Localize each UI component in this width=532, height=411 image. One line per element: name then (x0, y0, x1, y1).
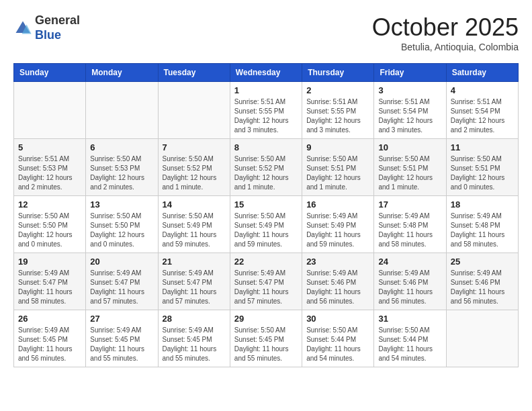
logo-blue-text: Blue (35, 28, 80, 43)
day-info: Sunrise: 5:49 AM Sunset: 5:48 PM Dayligh… (378, 212, 441, 249)
day-info: Sunrise: 5:51 AM Sunset: 5:54 PM Dayligh… (451, 97, 514, 135)
day-info: Sunrise: 5:50 AM Sunset: 5:51 PM Dayligh… (451, 154, 514, 192)
calendar-cell: 19Sunrise: 5:49 AM Sunset: 5:47 PM Dayli… (14, 253, 86, 310)
calendar-cell: 22Sunrise: 5:49 AM Sunset: 5:47 PM Dayli… (230, 253, 302, 310)
calendar-cell: 27Sunrise: 5:49 AM Sunset: 5:45 PM Dayli… (86, 310, 158, 367)
calendar-cell: 5Sunrise: 5:51 AM Sunset: 5:53 PM Daylig… (14, 139, 86, 196)
day-number: 27 (90, 314, 153, 324)
day-number: 5 (18, 142, 81, 152)
day-number: 16 (306, 199, 369, 210)
calendar-cell: 8Sunrise: 5:50 AM Sunset: 5:52 PM Daylig… (230, 139, 302, 196)
calendar-cell: 17Sunrise: 5:49 AM Sunset: 5:48 PM Dayli… (374, 196, 446, 253)
calendar-cell (14, 82, 86, 139)
day-info: Sunrise: 5:49 AM Sunset: 5:47 PM Dayligh… (163, 269, 226, 306)
day-number: 30 (306, 314, 369, 324)
calendar-cell: 24Sunrise: 5:49 AM Sunset: 5:46 PM Dayli… (374, 253, 446, 310)
weekday-header-tuesday: Tuesday (158, 64, 230, 82)
day-info: Sunrise: 5:50 AM Sunset: 5:45 PM Dayligh… (234, 326, 298, 363)
day-number: 21 (163, 257, 226, 267)
day-info: Sunrise: 5:50 AM Sunset: 5:44 PM Dayligh… (306, 326, 369, 363)
day-info: Sunrise: 5:51 AM Sunset: 5:53 PM Dayligh… (18, 154, 81, 192)
day-info: Sunrise: 5:49 AM Sunset: 5:49 PM Dayligh… (306, 212, 369, 249)
title-area: October 2025 Betulia, Antioquia, Colombi… (372, 13, 519, 52)
day-number: 3 (378, 85, 441, 95)
calendar-cell: 28Sunrise: 5:49 AM Sunset: 5:45 PM Dayli… (158, 310, 230, 367)
day-info: Sunrise: 5:49 AM Sunset: 5:47 PM Dayligh… (234, 269, 298, 306)
day-number: 9 (306, 142, 369, 152)
day-number: 17 (378, 199, 441, 210)
day-number: 8 (234, 142, 298, 152)
day-number: 26 (18, 314, 81, 324)
day-number: 25 (451, 257, 514, 267)
weekday-header-wednesday: Wednesday (230, 64, 302, 82)
calendar-week-row: 5Sunrise: 5:51 AM Sunset: 5:53 PM Daylig… (14, 139, 519, 196)
day-info: Sunrise: 5:50 AM Sunset: 5:50 PM Dayligh… (18, 212, 81, 249)
day-number: 13 (90, 199, 153, 210)
day-info: Sunrise: 5:49 AM Sunset: 5:47 PM Dayligh… (18, 269, 81, 306)
day-info: Sunrise: 5:50 AM Sunset: 5:50 PM Dayligh… (90, 212, 153, 249)
calendar-cell: 10Sunrise: 5:50 AM Sunset: 5:51 PM Dayli… (374, 139, 446, 196)
day-number: 12 (18, 199, 81, 210)
day-number: 2 (306, 85, 369, 95)
day-info: Sunrise: 5:49 AM Sunset: 5:46 PM Dayligh… (378, 269, 441, 306)
calendar-week-row: 12Sunrise: 5:50 AM Sunset: 5:50 PM Dayli… (14, 196, 519, 253)
day-number: 11 (451, 142, 514, 152)
calendar-cell: 31Sunrise: 5:50 AM Sunset: 5:44 PM Dayli… (374, 310, 446, 367)
day-number: 29 (234, 314, 298, 324)
calendar-cell: 25Sunrise: 5:49 AM Sunset: 5:46 PM Dayli… (446, 253, 518, 310)
day-info: Sunrise: 5:51 AM Sunset: 5:54 PM Dayligh… (378, 97, 441, 135)
day-number: 1 (234, 85, 298, 95)
day-number: 15 (234, 199, 298, 210)
calendar-cell (446, 310, 518, 367)
day-number: 14 (163, 199, 226, 210)
logo-general-text: General (35, 13, 80, 28)
day-info: Sunrise: 5:50 AM Sunset: 5:44 PM Dayligh… (378, 326, 441, 363)
month-title: October 2025 (372, 13, 519, 42)
day-info: Sunrise: 5:50 AM Sunset: 5:51 PM Dayligh… (306, 154, 369, 192)
calendar-cell: 6Sunrise: 5:50 AM Sunset: 5:53 PM Daylig… (86, 139, 158, 196)
page-header: General Blue October 2025 Betulia, Antio… (13, 13, 519, 52)
day-info: Sunrise: 5:49 AM Sunset: 5:46 PM Dayligh… (451, 269, 514, 306)
day-number: 20 (90, 257, 153, 267)
calendar-cell: 4Sunrise: 5:51 AM Sunset: 5:54 PM Daylig… (446, 82, 518, 139)
calendar-cell: 1Sunrise: 5:51 AM Sunset: 5:55 PM Daylig… (230, 82, 302, 139)
day-info: Sunrise: 5:49 AM Sunset: 5:47 PM Dayligh… (90, 269, 153, 306)
weekday-header-friday: Friday (374, 64, 446, 82)
day-info: Sunrise: 5:49 AM Sunset: 5:46 PM Dayligh… (306, 269, 369, 306)
calendar-cell: 12Sunrise: 5:50 AM Sunset: 5:50 PM Dayli… (14, 196, 86, 253)
calendar-cell: 18Sunrise: 5:49 AM Sunset: 5:48 PM Dayli… (446, 196, 518, 253)
day-number: 6 (90, 142, 153, 152)
day-number: 18 (451, 199, 514, 210)
day-number: 31 (378, 314, 441, 324)
calendar-cell: 21Sunrise: 5:49 AM Sunset: 5:47 PM Dayli… (158, 253, 230, 310)
calendar-cell: 15Sunrise: 5:50 AM Sunset: 5:49 PM Dayli… (230, 196, 302, 253)
weekday-header-sunday: Sunday (14, 64, 86, 82)
weekday-header-monday: Monday (86, 64, 158, 82)
calendar-cell: 7Sunrise: 5:50 AM Sunset: 5:52 PM Daylig… (158, 139, 230, 196)
day-info: Sunrise: 5:50 AM Sunset: 5:51 PM Dayligh… (378, 154, 441, 192)
calendar-week-row: 26Sunrise: 5:49 AM Sunset: 5:45 PM Dayli… (14, 310, 519, 367)
weekday-header-saturday: Saturday (446, 64, 518, 82)
calendar-cell (86, 82, 158, 139)
day-number: 24 (378, 257, 441, 267)
day-info: Sunrise: 5:50 AM Sunset: 5:49 PM Dayligh… (163, 212, 226, 249)
day-info: Sunrise: 5:49 AM Sunset: 5:45 PM Dayligh… (163, 326, 226, 363)
calendar-cell: 2Sunrise: 5:51 AM Sunset: 5:55 PM Daylig… (302, 82, 374, 139)
day-number: 10 (378, 142, 441, 152)
logo: General Blue (13, 13, 80, 42)
day-info: Sunrise: 5:50 AM Sunset: 5:49 PM Dayligh… (234, 212, 298, 249)
day-number: 23 (306, 257, 369, 267)
calendar-cell: 3Sunrise: 5:51 AM Sunset: 5:54 PM Daylig… (374, 82, 446, 139)
calendar: SundayMondayTuesdayWednesdayThursdayFrid… (13, 63, 519, 367)
calendar-cell (158, 82, 230, 139)
calendar-cell: 30Sunrise: 5:50 AM Sunset: 5:44 PM Dayli… (302, 310, 374, 367)
calendar-cell: 29Sunrise: 5:50 AM Sunset: 5:45 PM Dayli… (230, 310, 302, 367)
day-info: Sunrise: 5:50 AM Sunset: 5:53 PM Dayligh… (90, 154, 153, 192)
weekday-header-thursday: Thursday (302, 64, 374, 82)
day-info: Sunrise: 5:49 AM Sunset: 5:45 PM Dayligh… (18, 326, 81, 363)
day-info: Sunrise: 5:51 AM Sunset: 5:55 PM Dayligh… (234, 97, 298, 135)
calendar-cell: 13Sunrise: 5:50 AM Sunset: 5:50 PM Dayli… (86, 196, 158, 253)
day-number: 28 (163, 314, 226, 324)
calendar-cell: 9Sunrise: 5:50 AM Sunset: 5:51 PM Daylig… (302, 139, 374, 196)
calendar-cell: 14Sunrise: 5:50 AM Sunset: 5:49 PM Dayli… (158, 196, 230, 253)
